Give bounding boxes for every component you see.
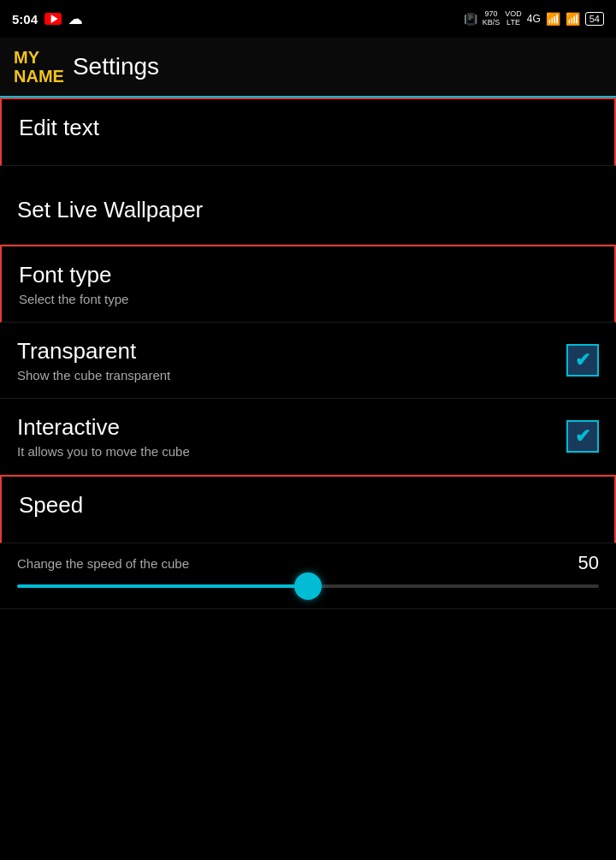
speed-slider-fill [17,584,308,588]
signal-bars-2: 📶 [566,12,580,26]
font-type-item[interactable]: Font type Select the font type [0,245,616,323]
transparent-label: Transparent [17,338,566,365]
interactive-item[interactable]: Interactive It allows you to move the cu… [0,399,616,475]
transparent-item[interactable]: Transparent Show the cube transparent ✔ [0,323,616,399]
battery-indicator: 54 [585,12,604,26]
youtube-icon [44,13,62,25]
vibrate-icon: 📳 [464,13,477,26]
speed-slider-track[interactable] [17,584,599,588]
status-left: 5:04 ☁ [12,11,82,27]
set-live-wallpaper-label: Set Live Wallpaper [17,197,599,223]
network-type-badge: 4G [527,13,541,25]
app-title: Settings [73,53,159,80]
speed-label: Speed [19,492,597,519]
speed-item[interactable]: Speed [0,475,616,543]
edit-text-label: Edit text [19,115,99,140]
app-logo: MY NAME [14,48,64,86]
interactive-checkbox[interactable]: ✔ [566,420,599,453]
interactive-checkmark: ✔ [575,425,590,448]
speed-header: Change the speed of the cube 50 [17,552,599,574]
speed-value: 50 [578,552,599,574]
transparent-subtitle: Show the cube transparent [17,368,566,383]
vod-lte-info: VOD LTE [505,10,522,27]
speed-section: Change the speed of the cube 50 [0,543,616,609]
status-right: 📳 970 KB/S VOD LTE 4G 📶 📶 54 [464,10,604,27]
interactive-subtitle: It allows you to move the cube [17,444,566,459]
time-display: 5:04 [12,12,38,27]
cloud-icon: ☁ [68,11,82,27]
transparent-checkmark: ✔ [575,349,590,371]
transparent-content: Transparent Show the cube transparent [17,338,566,383]
network-speed: 970 KB/S [483,10,500,27]
signal-bars-1: 📶 [546,12,560,26]
font-type-label: Font type [19,262,597,288]
settings-list: Edit text Set Live Wallpaper Font type S… [0,98,616,609]
speed-description: Change the speed of the cube [17,556,189,571]
interactive-label: Interactive [17,414,566,441]
speed-slider-thumb[interactable] [294,572,322,600]
edit-text-item[interactable]: Edit text [0,98,616,166]
transparent-checkbox[interactable]: ✔ [566,344,599,377]
font-type-subtitle: Select the font type [19,292,597,306]
set-live-wallpaper-item[interactable]: Set Live Wallpaper [0,176,616,245]
interactive-content: Interactive It allows you to move the cu… [17,414,566,459]
set-live-wallpaper-content: Set Live Wallpaper [17,197,599,223]
status-bar: 5:04 ☁ 📳 970 KB/S VOD LTE 4G 📶 📶 54 [0,0,616,38]
app-header: MY NAME Settings [0,38,616,98]
